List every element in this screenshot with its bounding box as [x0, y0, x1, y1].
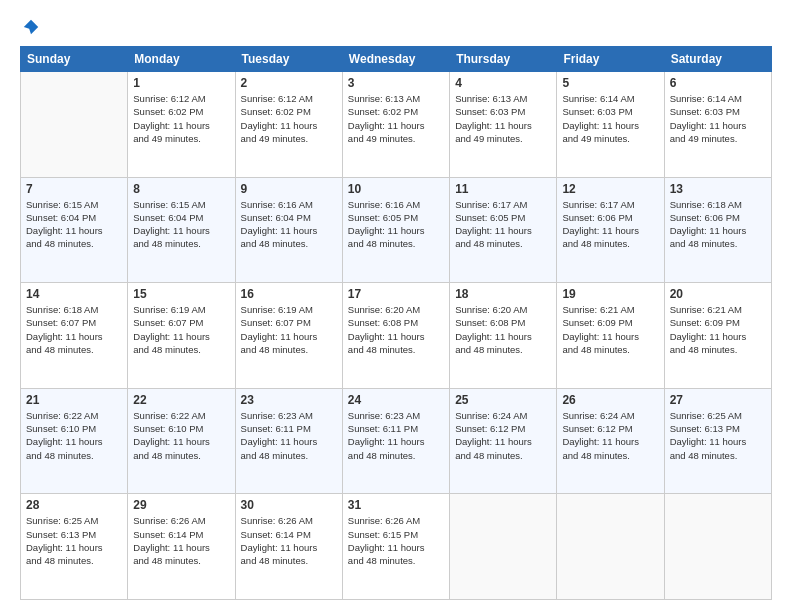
day-info: Sunrise: 6:14 AMSunset: 6:03 PMDaylight:…	[562, 92, 658, 145]
day-number: 6	[670, 76, 766, 90]
calendar-cell: 27Sunrise: 6:25 AMSunset: 6:13 PMDayligh…	[664, 388, 771, 494]
day-info: Sunrise: 6:22 AMSunset: 6:10 PMDaylight:…	[133, 409, 229, 462]
day-info: Sunrise: 6:23 AMSunset: 6:11 PMDaylight:…	[241, 409, 337, 462]
day-number: 7	[26, 182, 122, 196]
weekday-header-sunday: Sunday	[21, 47, 128, 72]
day-info: Sunrise: 6:13 AMSunset: 6:02 PMDaylight:…	[348, 92, 444, 145]
calendar-cell: 10Sunrise: 6:16 AMSunset: 6:05 PMDayligh…	[342, 177, 449, 283]
day-info: Sunrise: 6:20 AMSunset: 6:08 PMDaylight:…	[348, 303, 444, 356]
calendar-cell: 25Sunrise: 6:24 AMSunset: 6:12 PMDayligh…	[450, 388, 557, 494]
calendar-cell: 23Sunrise: 6:23 AMSunset: 6:11 PMDayligh…	[235, 388, 342, 494]
day-info: Sunrise: 6:26 AMSunset: 6:14 PMDaylight:…	[241, 514, 337, 567]
day-info: Sunrise: 6:24 AMSunset: 6:12 PMDaylight:…	[455, 409, 551, 462]
week-row-3: 14Sunrise: 6:18 AMSunset: 6:07 PMDayligh…	[21, 283, 772, 389]
calendar-cell	[557, 494, 664, 600]
day-number: 31	[348, 498, 444, 512]
day-info: Sunrise: 6:26 AMSunset: 6:15 PMDaylight:…	[348, 514, 444, 567]
calendar-cell: 9Sunrise: 6:16 AMSunset: 6:04 PMDaylight…	[235, 177, 342, 283]
day-number: 12	[562, 182, 658, 196]
calendar-cell: 19Sunrise: 6:21 AMSunset: 6:09 PMDayligh…	[557, 283, 664, 389]
day-info: Sunrise: 6:13 AMSunset: 6:03 PMDaylight:…	[455, 92, 551, 145]
weekday-header-monday: Monday	[128, 47, 235, 72]
day-number: 2	[241, 76, 337, 90]
day-info: Sunrise: 6:17 AMSunset: 6:05 PMDaylight:…	[455, 198, 551, 251]
day-info: Sunrise: 6:19 AMSunset: 6:07 PMDaylight:…	[241, 303, 337, 356]
day-number: 3	[348, 76, 444, 90]
day-info: Sunrise: 6:18 AMSunset: 6:07 PMDaylight:…	[26, 303, 122, 356]
svg-marker-0	[24, 20, 38, 34]
day-number: 5	[562, 76, 658, 90]
calendar-cell: 14Sunrise: 6:18 AMSunset: 6:07 PMDayligh…	[21, 283, 128, 389]
page: SundayMondayTuesdayWednesdayThursdayFrid…	[0, 0, 792, 612]
day-info: Sunrise: 6:20 AMSunset: 6:08 PMDaylight:…	[455, 303, 551, 356]
calendar-cell: 5Sunrise: 6:14 AMSunset: 6:03 PMDaylight…	[557, 72, 664, 178]
calendar-cell: 11Sunrise: 6:17 AMSunset: 6:05 PMDayligh…	[450, 177, 557, 283]
day-info: Sunrise: 6:17 AMSunset: 6:06 PMDaylight:…	[562, 198, 658, 251]
day-info: Sunrise: 6:21 AMSunset: 6:09 PMDaylight:…	[670, 303, 766, 356]
day-number: 8	[133, 182, 229, 196]
day-number: 25	[455, 393, 551, 407]
calendar-cell: 28Sunrise: 6:25 AMSunset: 6:13 PMDayligh…	[21, 494, 128, 600]
calendar-cell: 8Sunrise: 6:15 AMSunset: 6:04 PMDaylight…	[128, 177, 235, 283]
day-number: 9	[241, 182, 337, 196]
week-row-2: 7Sunrise: 6:15 AMSunset: 6:04 PMDaylight…	[21, 177, 772, 283]
day-info: Sunrise: 6:22 AMSunset: 6:10 PMDaylight:…	[26, 409, 122, 462]
day-info: Sunrise: 6:19 AMSunset: 6:07 PMDaylight:…	[133, 303, 229, 356]
day-info: Sunrise: 6:24 AMSunset: 6:12 PMDaylight:…	[562, 409, 658, 462]
calendar-cell: 16Sunrise: 6:19 AMSunset: 6:07 PMDayligh…	[235, 283, 342, 389]
day-info: Sunrise: 6:15 AMSunset: 6:04 PMDaylight:…	[133, 198, 229, 251]
day-number: 10	[348, 182, 444, 196]
calendar-cell: 18Sunrise: 6:20 AMSunset: 6:08 PMDayligh…	[450, 283, 557, 389]
calendar-cell: 3Sunrise: 6:13 AMSunset: 6:02 PMDaylight…	[342, 72, 449, 178]
calendar-cell: 22Sunrise: 6:22 AMSunset: 6:10 PMDayligh…	[128, 388, 235, 494]
calendar-table: SundayMondayTuesdayWednesdayThursdayFrid…	[20, 46, 772, 600]
weekday-header-wednesday: Wednesday	[342, 47, 449, 72]
day-info: Sunrise: 6:16 AMSunset: 6:05 PMDaylight:…	[348, 198, 444, 251]
day-info: Sunrise: 6:12 AMSunset: 6:02 PMDaylight:…	[133, 92, 229, 145]
day-number: 27	[670, 393, 766, 407]
calendar-cell: 13Sunrise: 6:18 AMSunset: 6:06 PMDayligh…	[664, 177, 771, 283]
calendar-cell: 15Sunrise: 6:19 AMSunset: 6:07 PMDayligh…	[128, 283, 235, 389]
calendar-cell: 31Sunrise: 6:26 AMSunset: 6:15 PMDayligh…	[342, 494, 449, 600]
calendar-cell: 7Sunrise: 6:15 AMSunset: 6:04 PMDaylight…	[21, 177, 128, 283]
calendar-cell	[450, 494, 557, 600]
weekday-header-thursday: Thursday	[450, 47, 557, 72]
day-number: 23	[241, 393, 337, 407]
calendar-cell: 29Sunrise: 6:26 AMSunset: 6:14 PMDayligh…	[128, 494, 235, 600]
week-row-4: 21Sunrise: 6:22 AMSunset: 6:10 PMDayligh…	[21, 388, 772, 494]
day-number: 26	[562, 393, 658, 407]
day-number: 21	[26, 393, 122, 407]
day-number: 29	[133, 498, 229, 512]
calendar-cell: 6Sunrise: 6:14 AMSunset: 6:03 PMDaylight…	[664, 72, 771, 178]
weekday-header-tuesday: Tuesday	[235, 47, 342, 72]
day-info: Sunrise: 6:25 AMSunset: 6:13 PMDaylight:…	[26, 514, 122, 567]
day-info: Sunrise: 6:18 AMSunset: 6:06 PMDaylight:…	[670, 198, 766, 251]
logo-text	[20, 18, 40, 36]
day-number: 30	[241, 498, 337, 512]
logo	[20, 18, 40, 36]
day-number: 17	[348, 287, 444, 301]
calendar-cell	[664, 494, 771, 600]
day-number: 14	[26, 287, 122, 301]
day-number: 28	[26, 498, 122, 512]
logo-icon	[22, 18, 40, 36]
day-number: 20	[670, 287, 766, 301]
day-number: 16	[241, 287, 337, 301]
calendar-cell: 17Sunrise: 6:20 AMSunset: 6:08 PMDayligh…	[342, 283, 449, 389]
day-info: Sunrise: 6:14 AMSunset: 6:03 PMDaylight:…	[670, 92, 766, 145]
header	[20, 18, 772, 36]
day-info: Sunrise: 6:21 AMSunset: 6:09 PMDaylight:…	[562, 303, 658, 356]
calendar-cell: 21Sunrise: 6:22 AMSunset: 6:10 PMDayligh…	[21, 388, 128, 494]
calendar-cell: 26Sunrise: 6:24 AMSunset: 6:12 PMDayligh…	[557, 388, 664, 494]
day-info: Sunrise: 6:16 AMSunset: 6:04 PMDaylight:…	[241, 198, 337, 251]
day-number: 1	[133, 76, 229, 90]
day-number: 4	[455, 76, 551, 90]
day-info: Sunrise: 6:15 AMSunset: 6:04 PMDaylight:…	[26, 198, 122, 251]
day-number: 18	[455, 287, 551, 301]
calendar-cell: 12Sunrise: 6:17 AMSunset: 6:06 PMDayligh…	[557, 177, 664, 283]
calendar-cell: 30Sunrise: 6:26 AMSunset: 6:14 PMDayligh…	[235, 494, 342, 600]
day-number: 24	[348, 393, 444, 407]
calendar-cell: 1Sunrise: 6:12 AMSunset: 6:02 PMDaylight…	[128, 72, 235, 178]
day-info: Sunrise: 6:23 AMSunset: 6:11 PMDaylight:…	[348, 409, 444, 462]
calendar-cell: 2Sunrise: 6:12 AMSunset: 6:02 PMDaylight…	[235, 72, 342, 178]
